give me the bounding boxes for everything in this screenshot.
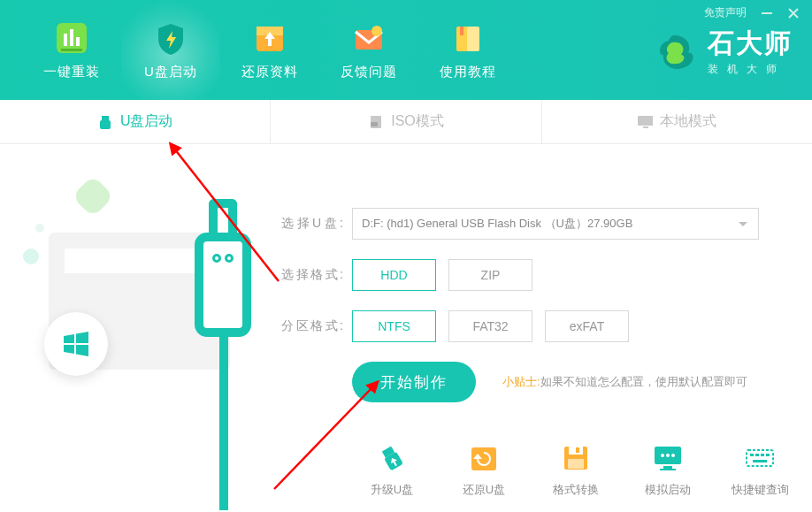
nav-feedback[interactable]: 反馈问题 xyxy=(319,0,418,100)
minimize-button[interactable] xyxy=(761,7,773,19)
tool-hotkey-query[interactable]: 快捷键查询 xyxy=(725,442,794,498)
tab-local-mode[interactable]: 本地模式 xyxy=(541,100,812,143)
mode-tabs: U盘启动 ISO模式 本地模式 xyxy=(0,100,812,144)
main-panel: 选择U盘: D:F: (hd1) General USB Flash Disk … xyxy=(0,144,812,512)
svg-rect-35 xyxy=(761,454,764,456)
svg-rect-14 xyxy=(100,120,111,129)
bottom-toolbar: 升级U盘 还原U盘 格式转换 模拟启动 快捷键查询 xyxy=(357,442,794,498)
svg-point-30 xyxy=(666,454,670,457)
upload-box-icon xyxy=(251,19,288,57)
nav-label: 还原资料 xyxy=(241,64,298,80)
udisk-selected-value: D:F: (hd1) General USB Flash Disk （U盘）27… xyxy=(362,216,632,232)
restore-box-icon xyxy=(468,442,500,474)
svg-rect-24 xyxy=(568,459,584,469)
bar-chart-icon xyxy=(53,19,90,57)
udisk-dropdown[interactable]: D:F: (hd1) General USB Flash Disk （U盘）27… xyxy=(352,208,759,240)
svg-rect-34 xyxy=(755,454,759,456)
tip-prefix: 小贴士: xyxy=(502,375,540,388)
brand-title: 石大师 xyxy=(708,30,793,57)
svg-rect-12 xyxy=(762,12,772,14)
disclaimer-link[interactable]: 免责声明 xyxy=(704,5,747,20)
close-button[interactable] xyxy=(787,7,800,19)
iso-file-icon xyxy=(368,114,384,130)
tool-upgrade-udisk[interactable]: 升级U盘 xyxy=(357,442,426,498)
creation-form: 选择U盘: D:F: (hd1) General USB Flash Disk … xyxy=(281,208,777,402)
svg-rect-13 xyxy=(102,116,109,120)
window-controls: 免责声明 xyxy=(704,5,800,20)
tab-label: 本地模式 xyxy=(660,112,716,131)
monitor-icon xyxy=(637,114,653,130)
monitor-dots-icon xyxy=(652,442,684,474)
label-select-format: 选择格式: xyxy=(281,267,343,283)
svg-rect-37 xyxy=(753,460,767,462)
tip-body: 如果不知道怎么配置，使用默认配置即可 xyxy=(540,375,747,388)
usb-icon xyxy=(97,114,113,130)
tool-label: 模拟启动 xyxy=(645,482,691,498)
svg-rect-11 xyxy=(460,27,463,35)
svg-rect-1 xyxy=(64,34,67,46)
tab-label: U盘启动 xyxy=(120,112,173,131)
tab-label: ISO模式 xyxy=(391,112,444,131)
svg-rect-27 xyxy=(663,466,672,469)
svg-rect-18 xyxy=(643,126,648,128)
usb-up-icon xyxy=(376,442,408,474)
tool-label: 格式转换 xyxy=(553,482,599,498)
tool-restore-udisk[interactable]: 还原U盘 xyxy=(449,442,518,498)
svg-rect-16 xyxy=(371,122,378,126)
tab-usb-boot[interactable]: U盘启动 xyxy=(0,100,270,143)
floppy-icon xyxy=(560,442,592,474)
nav-usb-boot[interactable]: U盘启动 xyxy=(121,0,220,100)
svg-point-8 xyxy=(372,26,382,36)
svg-rect-17 xyxy=(638,116,653,126)
svg-rect-3 xyxy=(76,37,80,46)
label-select-udisk: 选择U盘: xyxy=(281,216,343,232)
format-option-zip[interactable]: ZIP xyxy=(448,259,532,291)
svg-point-31 xyxy=(671,454,675,457)
partition-option-fat32[interactable]: FAT32 xyxy=(448,310,532,342)
tool-format-convert[interactable]: 格式转换 xyxy=(541,442,610,498)
label-partition-format: 分区格式: xyxy=(281,318,343,334)
brand-logo-icon xyxy=(656,32,697,76)
partition-option-ntfs[interactable]: NTFS xyxy=(352,310,436,342)
brand-subtitle: 装机大师 xyxy=(708,62,793,77)
keyboard-icon xyxy=(744,442,776,474)
svg-rect-25 xyxy=(576,447,579,453)
windows-badge-icon xyxy=(44,312,108,376)
app-header: 一键重装 U盘启动 还原资料 反馈问题 使用教程 免责声 xyxy=(0,0,812,100)
nav-label: 反馈问题 xyxy=(341,64,397,80)
svg-rect-32 xyxy=(747,450,773,466)
partition-option-exfat[interactable]: exFAT xyxy=(545,310,629,342)
nav-label: 使用教程 xyxy=(440,64,496,80)
tip-text: 小贴士:如果不知道怎么配置，使用默认配置即可 xyxy=(502,374,747,390)
book-icon xyxy=(449,19,486,57)
nav-restore-data[interactable]: 还原资料 xyxy=(220,0,319,100)
tool-label: 升级U盘 xyxy=(371,482,413,498)
tool-label: 还原U盘 xyxy=(463,482,505,498)
start-create-button[interactable]: 开始制作 xyxy=(352,362,476,402)
svg-rect-28 xyxy=(660,469,676,470)
tab-iso-mode[interactable]: ISO模式 xyxy=(270,100,540,143)
tool-simulate-boot[interactable]: 模拟启动 xyxy=(633,442,702,498)
svg-point-29 xyxy=(661,454,664,457)
tool-label: 快捷键查询 xyxy=(732,482,789,498)
shield-lightning-icon xyxy=(152,19,189,57)
nav-tutorial[interactable]: 使用教程 xyxy=(418,0,517,100)
brand: 石大师 装机大师 xyxy=(656,30,793,77)
svg-rect-33 xyxy=(750,454,754,456)
top-nav: 一键重装 U盘启动 还原资料 反馈问题 使用教程 xyxy=(0,0,517,100)
nav-one-key-reinstall[interactable]: 一键重装 xyxy=(22,0,121,100)
nav-label: 一键重装 xyxy=(43,64,100,80)
envelope-icon xyxy=(350,19,387,57)
format-option-hdd[interactable]: HDD xyxy=(352,259,436,291)
illustration xyxy=(0,144,274,512)
svg-rect-4 xyxy=(61,49,82,51)
svg-rect-2 xyxy=(70,29,73,46)
nav-label: U盘启动 xyxy=(144,64,197,80)
svg-rect-10 xyxy=(467,27,479,51)
svg-rect-36 xyxy=(766,454,770,456)
